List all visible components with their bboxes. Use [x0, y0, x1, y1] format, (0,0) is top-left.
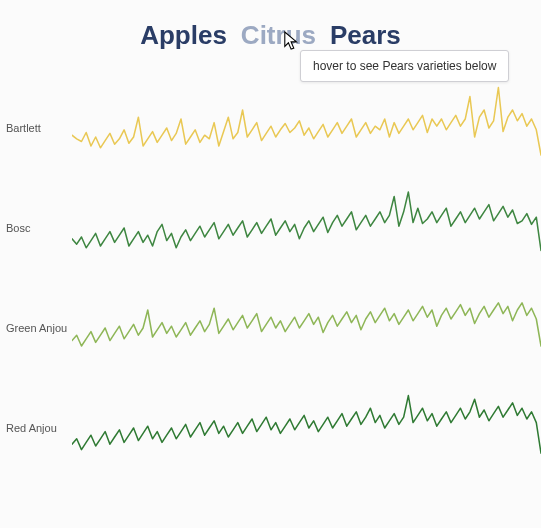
sparkline-cell — [72, 383, 541, 473]
tab-pears[interactable]: Pears — [330, 20, 401, 51]
row-label: Red Anjou — [0, 422, 72, 434]
tab-citrus[interactable]: Citrus — [241, 20, 316, 51]
row-label: Green Anjou — [0, 322, 72, 334]
chart-row: Green Anjou — [0, 278, 541, 378]
sparkline-cell — [72, 83, 541, 173]
chart-row: Red Anjou — [0, 378, 541, 478]
row-label: Bartlett — [0, 122, 72, 134]
chart-row: Bosc — [0, 178, 541, 278]
sparkline — [72, 83, 541, 173]
chart-row: Bartlett — [0, 78, 541, 178]
small-multiples-grid: BartlettBoscGreen AnjouRed Anjou — [0, 78, 541, 478]
tab-apples[interactable]: Apples — [140, 20, 227, 51]
sparkline — [72, 383, 541, 473]
tooltip-text: hover to see Pears varieties below — [313, 59, 496, 73]
row-label: Bosc — [0, 222, 72, 234]
sparkline-cell — [72, 183, 541, 273]
sparkline-cell — [72, 283, 541, 373]
sparkline — [72, 183, 541, 273]
sparkline — [72, 283, 541, 373]
